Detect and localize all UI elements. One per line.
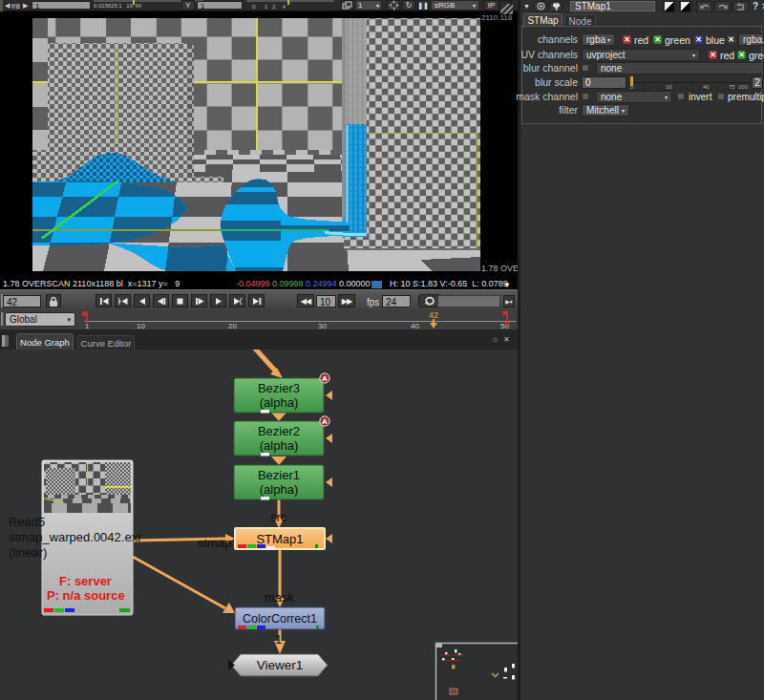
svg-text:mask: mask <box>265 590 295 605</box>
svg-text:src: src <box>270 510 287 524</box>
svg-text:Viewer1: Viewer1 <box>257 658 304 672</box>
svg-text:1: 1 <box>275 632 282 647</box>
svg-text:ColorCorrect1: ColorCorrect1 <box>243 612 317 626</box>
svg-text:(alpha): (alpha) <box>260 438 298 453</box>
svg-text:Bezier3: Bezier3 <box>258 381 300 395</box>
svg-text:stmap: stmap <box>198 536 231 550</box>
svg-text:A: A <box>322 374 328 383</box>
svg-text:(alpha): (alpha) <box>260 395 298 410</box>
svg-text:A: A <box>322 417 328 426</box>
svg-text:STMap1: STMap1 <box>256 532 303 546</box>
svg-text:stmap_warped.0042.exr: stmap_warped.0042.exr <box>9 530 142 544</box>
svg-text:Read5: Read5 <box>9 515 45 529</box>
svg-text:Bezier2: Bezier2 <box>258 424 300 438</box>
svg-text:P: n/a source: P: n/a source <box>47 588 125 603</box>
svg-text:(alpha): (alpha) <box>260 482 298 497</box>
svg-text:(linear): (linear) <box>9 545 47 560</box>
svg-text:Bezier1: Bezier1 <box>258 468 300 482</box>
svg-text:F: server: F: server <box>59 574 112 588</box>
